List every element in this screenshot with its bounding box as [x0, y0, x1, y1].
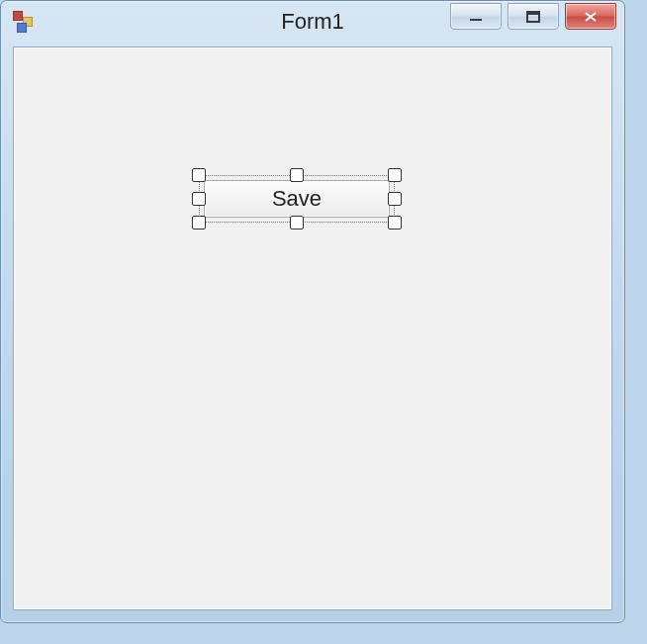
- resize-handle-top-left[interactable]: [192, 168, 206, 182]
- resize-handle-bottom-left[interactable]: [192, 216, 206, 230]
- resize-handle-bottom-right[interactable]: [388, 216, 402, 230]
- close-icon: [582, 10, 600, 24]
- maximize-icon: [524, 10, 542, 24]
- minimize-button[interactable]: [450, 3, 502, 30]
- resize-handle-top-center[interactable]: [290, 168, 304, 182]
- maximize-button[interactable]: [508, 3, 559, 30]
- designer-selection[interactable]: Save: [192, 168, 402, 230]
- resize-handle-bottom-center[interactable]: [290, 216, 304, 230]
- titlebar: Form1: [1, 1, 624, 45]
- window-controls: [450, 3, 616, 30]
- form-window: Form1 Save: [0, 0, 625, 623]
- close-button[interactable]: [565, 3, 616, 30]
- resize-handle-middle-left[interactable]: [192, 192, 206, 206]
- resize-handle-top-right[interactable]: [388, 168, 402, 182]
- app-icon: [13, 11, 35, 33]
- resize-handle-middle-right[interactable]: [388, 192, 402, 206]
- save-button[interactable]: Save: [204, 180, 390, 218]
- form-client-area[interactable]: Save: [13, 46, 612, 610]
- minimize-icon: [467, 10, 485, 24]
- save-button-label: Save: [272, 186, 322, 212]
